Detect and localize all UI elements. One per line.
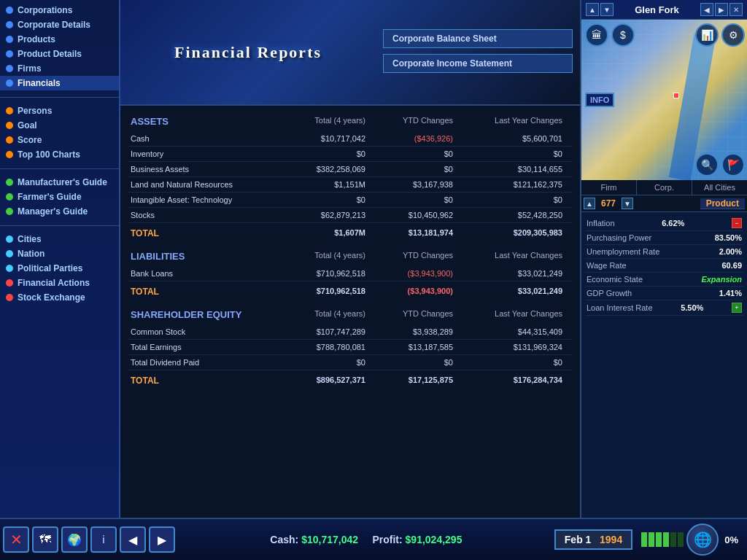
assets-title: ASSETS [128,113,274,130]
dot-icon [6,65,13,72]
map-marker [673,93,679,98]
nav-down-btn[interactable]: ▼ [622,198,633,209]
dot-icon [6,236,13,243]
taskbar-left: ✕ 🗺 🌍 i ◀ ▶ [0,524,178,556]
equity-row-common-stock: Common Stock $107,747,289 $3,938,289 $44… [128,324,573,340]
report-title-area: Financial Reports [120,0,376,104]
sidebar-item-financials[interactable]: Financials [0,76,119,90]
map-header: ▲ ▼ Glen Fork ◀ ▶ ✕ [581,0,747,20]
report-header: Financial Reports Corporate Balance Shee… [120,0,580,106]
sidebar-item-product-details[interactable]: Product Details [0,47,119,61]
sidebar-section-personal: Persons Goal Score Top 100 Charts [0,101,119,165]
profit-value: $91,024,295 [406,534,462,545]
tab-all-cities[interactable]: All Cities [692,180,747,195]
sidebar-item-manufacturer-guide[interactable]: Manufacturer's Guide [0,175,119,190]
assets-header: ASSETS Total (4 years) YTD Changes Last … [128,113,573,130]
map-prev-btn[interactable]: ◀ [700,3,713,16]
report-title: Financial Reports [174,43,322,62]
assets-total-row: TOTAL $1,607M $13,181,974 $209,305,983 [128,225,573,242]
liabilities-col3: Last Year Changes [456,248,565,265]
loan-toggle-btn[interactable]: + [732,303,742,313]
dot-icon [6,294,13,301]
inflation-toggle-btn[interactable]: − [732,218,742,228]
equity-col1: Total (4 years) [274,306,368,323]
report-menu: Corporate Balance Sheet Corporate Income… [376,0,580,104]
map-down-btn[interactable]: ▼ [600,3,614,16]
tab-corp[interactable]: Corp. [637,180,692,195]
equity-total-row: TOTAL $896,527,371 $17,125,875 $176,284,… [128,372,573,389]
liabilities-total-row: TOTAL $710,962,518 ($3,943,900) $33,021,… [128,283,573,300]
asset-row-intangible: Intangible Asset: Technology $0 $0 $0 [128,192,573,208]
taskbar-forward-btn[interactable]: ▶ [149,526,175,553]
dot-icon [6,265,13,272]
taskbar-back-btn[interactable]: ◀ [120,526,146,553]
tab-firm[interactable]: Firm [581,180,637,195]
sidebar-item-goal[interactable]: Goal [0,118,119,133]
taskbar-map-btn[interactable]: 🗺 [32,526,58,553]
map-tabs: Firm Corp. All Cities [581,180,747,195]
asset-row-inventory: Inventory $0 $0 $0 [128,147,573,162]
product-button[interactable]: Product [700,198,745,209]
liability-row-bank: Bank Loans $710,962,518 ($3,943,900) $33… [128,266,573,281]
liabilities-col1: Total (4 years) [274,248,368,265]
sidebar-item-top100[interactable]: Top 100 Charts [0,147,119,162]
map-title: Glen Fork [635,4,679,15]
assets-col2: YTD Changes [368,113,456,130]
menu-balance-sheet[interactable]: Corporate Balance Sheet [383,29,573,48]
sidebar-item-farmer-guide[interactable]: Farmer's Guide [0,190,119,204]
asset-row-stocks: Stocks $62,879,213 $10,450,962 $52,428,2… [128,208,573,223]
map-icon-chart[interactable]: 📊 [695,23,719,47]
cash-label: Cash: [270,534,298,545]
date-display: Feb 1 1994 [554,529,632,550]
sidebar-item-manager-guide[interactable]: Manager's Guide [0,204,119,219]
menu-income-statement[interactable]: Corporate Income Statement [383,54,573,73]
sidebar-item-products[interactable]: Products [0,32,119,47]
econ-inflation: Inflation 6.62% − [585,216,743,231]
map-icon-currency[interactable]: $ [611,23,635,47]
map-icon-zoom[interactable]: 🔍 [695,153,719,176]
map-up-btn[interactable]: ▲ [586,3,599,16]
dot-icon [6,136,13,144]
globe-button[interactable]: 🌐 [686,524,719,556]
sidebar-item-cities[interactable]: Cities [0,232,119,246]
dot-icon [6,21,13,28]
taskbar: ✕ 🗺 🌍 i ◀ ▶ Cash: $10,717,042 Profit: $9… [0,518,747,560]
map-icon-settings[interactable]: ⚙ [721,23,745,47]
liabilities-header: LIABILITIES Total (4 years) YTD Changes … [128,248,573,265]
map-next-btn[interactable]: ▶ [715,3,728,16]
dot-icon [6,179,13,186]
map-icon-flag[interactable]: 🚩 [721,153,745,176]
sidebar-item-stock-exchange[interactable]: Stock Exchange [0,290,119,305]
sidebar-item-political-parties[interactable]: Political Parties [0,261,119,276]
cash-value: $10,717,042 [301,534,358,545]
financial-table: ASSETS Total (4 years) YTD Changes Last … [120,106,580,518]
sidebar-section-main: Corporations Corporate Details Products … [0,0,119,93]
taskbar-globe-btn[interactable]: 🌍 [61,526,88,553]
sidebar-item-financial-actions[interactable]: Financial Actions [0,276,119,290]
speed-indicator [641,532,684,547]
sidebar: Corporations Corporate Details Products … [0,0,120,518]
profit-label: Profit: [372,534,402,545]
speed-bar-5 [670,532,676,547]
cash-profit-display: Cash: $10,717,042 Profit: $91,024,295 [178,534,554,545]
sidebar-item-nation[interactable]: Nation [0,246,119,261]
map-icon-building[interactable]: 🏛 [585,23,608,47]
dot-icon [6,36,13,43]
map-area[interactable]: 🏛 $ 📊 ⚙ 🔍 🚩 INFO [581,20,747,180]
dot-icon [6,122,13,129]
sidebar-item-firms[interactable]: Firms [0,61,119,76]
nav-up-btn[interactable]: ▲ [584,198,595,209]
taskbar-close-btn[interactable]: ✕ [3,526,29,553]
sidebar-item-score[interactable]: Score [0,133,119,147]
map-close-btn[interactable]: ✕ [729,3,743,16]
dot-icon [6,7,13,14]
map-info-button[interactable]: INFO [585,93,614,107]
sidebar-item-corporations[interactable]: Corporations [0,3,119,18]
sidebar-item-persons[interactable]: Persons [0,104,119,118]
economic-panel: Inflation 6.62% − Purchasing Power 83.50… [581,212,747,319]
asset-row-land: Land and Natural Resources $1,151M $3,16… [128,177,573,192]
sidebar-item-corporate-details[interactable]: Corporate Details [0,18,119,32]
taskbar-info-btn[interactable]: i [90,526,117,553]
liabilities-title: LIABILITIES [128,248,274,265]
nav-number-area: ▲ 677 ▼ Product [581,195,747,212]
